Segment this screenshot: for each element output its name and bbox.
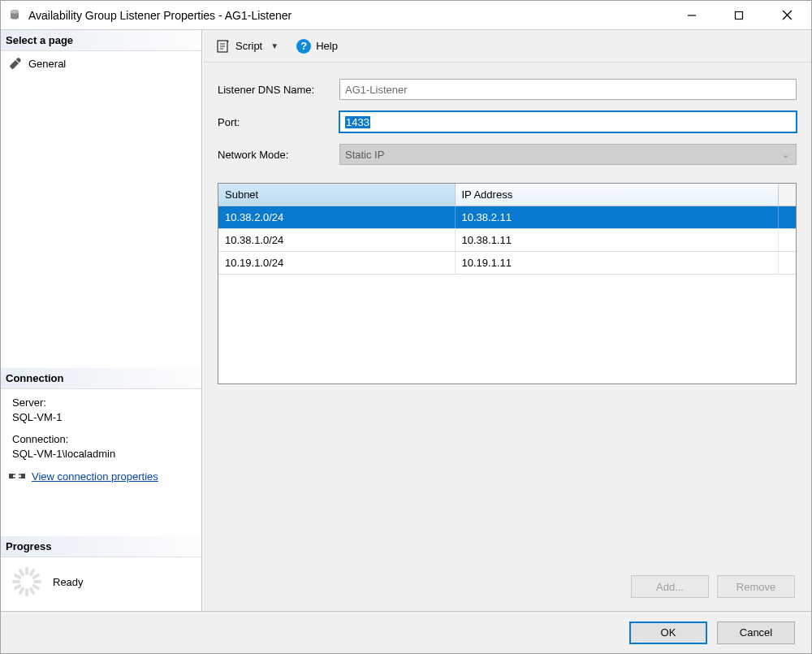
connection-body: Server: SQL-VM-1 Connection: SQL-VM-1\lo…: [1, 389, 201, 466]
cell-ip: 10.38.1.11: [456, 229, 779, 251]
progress-spinner-icon: [12, 567, 41, 596]
right-panel: Script ▼ ? Help Listener DNS Name: Port:…: [202, 30, 811, 611]
form-area: Listener DNS Name: Port: 1433 Network Mo…: [203, 63, 811, 611]
svg-rect-3: [736, 11, 743, 19]
page-list: General: [1, 51, 201, 76]
script-icon: [216, 39, 231, 54]
dialog-footer: OK Cancel: [1, 611, 811, 653]
grid-header: Subnet IP Address: [218, 184, 796, 206]
help-icon: ?: [296, 39, 311, 54]
page-item-label: General: [28, 58, 66, 70]
svg-point-1: [11, 10, 19, 13]
toolbar: Script ▼ ? Help: [203, 30, 811, 63]
column-header-blank: [779, 184, 796, 206]
left-panel: Select a page General Connection Server:…: [1, 30, 202, 611]
svg-rect-9: [21, 474, 25, 479]
table-row[interactable]: 10.38.1.0/2410.38.1.11: [218, 229, 796, 252]
close-button[interactable]: [762, 1, 811, 29]
column-header-ip[interactable]: IP Address: [456, 184, 779, 206]
cell-ip: 10.19.1.11: [456, 252, 779, 274]
connection-header: Connection: [1, 368, 201, 389]
page-item-general[interactable]: General: [7, 54, 195, 72]
help-button[interactable]: ? Help: [292, 36, 343, 57]
svg-rect-6: [9, 474, 13, 479]
cell-subnet: 10.38.1.0/24: [218, 229, 456, 251]
window-title: Availability Group Listener Properties -…: [28, 9, 668, 22]
table-row[interactable]: 10.38.2.0/2410.38.2.11: [218, 206, 796, 229]
column-header-subnet[interactable]: Subnet: [218, 184, 456, 206]
dns-name-input[interactable]: [339, 79, 797, 100]
port-label: Port:: [218, 116, 339, 128]
progress-header: Progress: [1, 536, 201, 557]
cell-blank: [779, 206, 796, 228]
cell-ip: 10.38.2.11: [456, 206, 779, 228]
grid-body: 10.38.2.0/2410.38.2.1110.38.1.0/2410.38.…: [218, 206, 796, 383]
cancel-button[interactable]: Cancel: [717, 622, 795, 644]
select-page-header: Select a page: [1, 30, 201, 51]
cell-blank: [779, 229, 796, 251]
server-value: SQL-VM-1: [12, 410, 193, 425]
server-label: Server:: [12, 396, 193, 410]
script-button[interactable]: Script ▼: [211, 36, 287, 57]
title-bar: Availability Group Listener Properties -…: [1, 1, 811, 30]
connection-plug-icon: [9, 470, 25, 483]
minimize-button[interactable]: [668, 1, 715, 29]
view-connection-row: View connection properties: [1, 466, 201, 487]
script-label: Script: [235, 40, 262, 52]
chevron-down-icon: ⌄: [782, 149, 789, 160]
view-connection-properties-link[interactable]: View connection properties: [32, 470, 158, 483]
port-input[interactable]: 1433: [339, 111, 797, 132]
port-value: 1433: [345, 116, 370, 128]
maximize-button[interactable]: [715, 1, 762, 29]
dns-name-label: Listener DNS Name:: [218, 84, 339, 96]
cell-blank: [779, 252, 796, 274]
remove-button: Remove: [717, 575, 795, 598]
connection-label: Connection:: [12, 432, 193, 447]
window-controls: [668, 1, 811, 29]
wrench-icon: [9, 57, 22, 70]
subnet-grid: Subnet IP Address 10.38.2.0/2410.38.2.11…: [218, 183, 797, 384]
network-mode-value: Static IP: [345, 149, 384, 161]
ok-button[interactable]: OK: [629, 622, 707, 644]
network-mode-label: Network Mode:: [218, 149, 339, 161]
cell-subnet: 10.38.2.0/24: [218, 206, 456, 228]
table-row[interactable]: 10.19.1.0/2410.19.1.11: [218, 252, 796, 275]
connection-value: SQL-VM-1\localadmin: [12, 447, 193, 461]
network-mode-select: Static IP ⌄: [339, 144, 797, 165]
progress-status: Ready: [53, 576, 84, 588]
help-label: Help: [316, 40, 338, 52]
progress-body: Ready: [1, 557, 201, 611]
chevron-down-icon[interactable]: ▼: [267, 41, 282, 50]
add-button: Add...: [631, 575, 709, 598]
cell-subnet: 10.19.1.0/24: [218, 252, 456, 274]
app-icon: [7, 8, 22, 23]
